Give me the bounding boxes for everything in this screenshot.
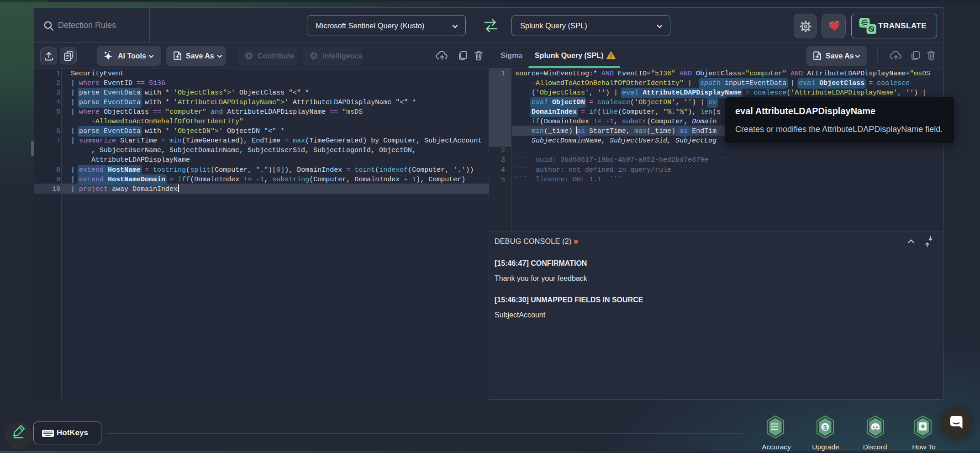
svg-text:$: $ <box>823 423 827 431</box>
